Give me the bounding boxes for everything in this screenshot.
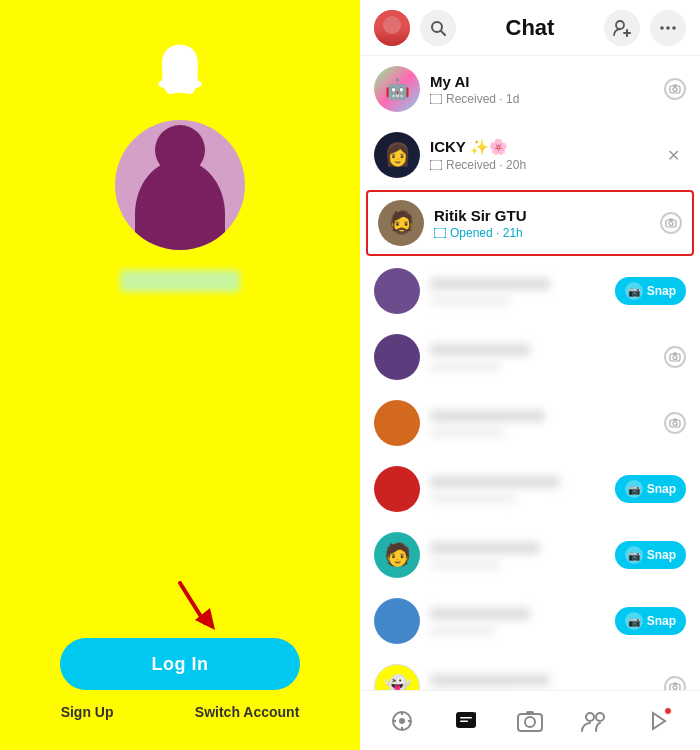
snap-button-u9[interactable]: 📷 Snap [615,607,686,635]
chat-info-u6 [430,410,654,437]
chat-name-myai: My AI [430,73,654,90]
nav-chat[interactable] [446,701,486,741]
user-avatar[interactable] [374,10,410,46]
svg-rect-18 [669,219,673,221]
left-panel: Log In Sign Up Switch Account [0,0,360,750]
chat-info-u4 [430,278,605,305]
camera-outline-ritik [660,212,682,234]
chat-item-icky[interactable]: 👩 ICKY ✨🌸 Received · 20h ✕ [360,122,700,188]
svg-line-3 [441,31,445,35]
nav-friends[interactable] [574,701,614,741]
snap-camera-icon-u9: 📷 [625,612,643,630]
avatar-silhouette [135,160,225,250]
chat-action-u10 [664,676,686,690]
chat-info-myai: My AI Received · 1d [430,73,654,106]
camera-outline-u5 [664,346,686,368]
chat-item-u9[interactable]: 📷 Snap [360,588,700,654]
right-panel: Chat 🤖 My AI Rec [360,0,700,750]
signup-link[interactable]: Sign Up [61,704,114,720]
svg-point-12 [673,88,677,92]
svg-point-7 [660,26,664,30]
opened-icon [434,228,446,238]
snap-camera-icon-u7: 📷 [625,480,643,498]
bottom-nav [360,690,700,750]
chat-sub-icky: Received · 20h [430,158,651,172]
chat-item-u8[interactable]: 🧑 📷 Snap [360,522,700,588]
svg-point-26 [673,686,677,690]
svg-point-23 [673,422,677,426]
svg-point-4 [616,21,624,29]
snapchat-ghost-icon [150,40,210,100]
svg-point-8 [666,26,670,30]
svg-rect-36 [460,720,468,722]
chat-info-icky: ICKY ✨🌸 Received · 20h [430,138,651,172]
chat-info-u7 [430,476,605,503]
stories-badge [664,707,672,715]
chat-action-myai [664,78,686,100]
chat-sub-myai: Received · 1d [430,92,654,106]
svg-rect-35 [460,717,472,719]
friends-nav-icon [581,710,607,732]
close-icky-button[interactable]: ✕ [661,144,686,167]
chat-header: Chat [360,0,700,56]
chat-info-u10 [430,674,654,691]
snap-button-u7[interactable]: 📷 Snap [615,475,686,503]
chat-item-u4[interactable]: 📷 Snap [360,258,700,324]
snap-camera-icon: 📷 [625,282,643,300]
chat-item-u10[interactable]: 👻 [360,654,700,690]
svg-rect-10 [430,94,442,104]
nav-stories[interactable] [638,701,678,741]
left-bottom: Log In Sign Up Switch Account [20,638,340,720]
login-button[interactable]: Log In [60,638,300,690]
svg-point-41 [596,713,604,721]
chat-item-u6[interactable] [360,390,700,456]
svg-point-38 [525,717,535,727]
chat-avatar-myai: 🤖 [374,66,420,112]
location-nav-icon [390,709,414,733]
svg-rect-24 [673,419,677,421]
search-button[interactable] [420,10,456,46]
chat-avatar-u8: 🧑 [374,532,420,578]
chat-item-u7[interactable]: 📷 Snap [360,456,700,522]
more-options-icon [660,26,676,30]
svg-point-20 [673,356,677,360]
chat-list: 🤖 My AI Received · 1d 👩 ICKY ✨🌸 [360,56,700,690]
svg-rect-27 [673,683,677,685]
svg-point-29 [399,718,405,724]
chat-item-u5[interactable] [360,324,700,390]
chat-info-ritik: Ritik Sir GTU Opened · 21h [434,207,650,240]
svg-point-9 [672,26,676,30]
chat-action-u6 [664,412,686,434]
camera-nav-icon [517,710,543,732]
snap-button-u4[interactable]: 📷 Snap [615,277,686,305]
username-blur [120,270,240,292]
chat-sub-ritik: Opened · 21h [434,226,650,240]
arrow-container [170,578,230,642]
chat-action-u5 [664,346,686,368]
chat-name-icky: ICKY ✨🌸 [430,138,651,156]
chat-nav-icon [454,709,478,733]
chat-avatar-u6 [374,400,420,446]
chat-info-u8 [430,542,605,569]
avatar [115,120,245,250]
add-friend-button[interactable] [604,10,640,46]
snap-button-u8[interactable]: 📷 Snap [615,541,686,569]
chat-item-myai[interactable]: 🤖 My AI Received · 1d [360,56,700,122]
bottom-links: Sign Up Switch Account [20,704,340,720]
chat-item-ritik[interactable]: 🧔 Ritik Sir GTU Opened · 21h [366,190,694,256]
left-top [115,40,245,292]
search-icon [430,20,446,36]
add-friend-icon [613,19,631,37]
svg-point-17 [669,222,673,226]
camera-outline-icon [664,78,686,100]
nav-location[interactable] [382,701,422,741]
chat-avatar-u7 [374,466,420,512]
chat-action-ritik [660,212,682,234]
svg-marker-42 [653,713,665,729]
snap-camera-icon-u8: 📷 [625,546,643,564]
nav-camera[interactable] [510,701,550,741]
chat-title: Chat [466,15,594,41]
switch-account-link[interactable]: Switch Account [195,704,300,720]
more-options-button[interactable] [650,10,686,46]
svg-rect-14 [430,160,442,170]
